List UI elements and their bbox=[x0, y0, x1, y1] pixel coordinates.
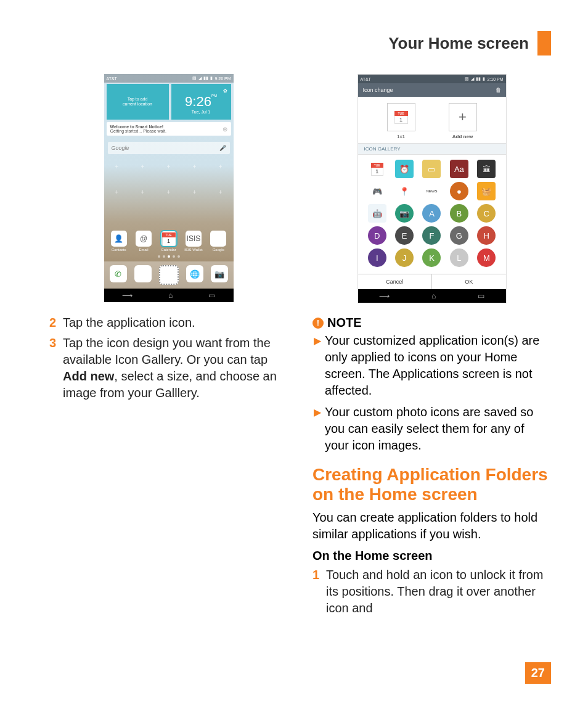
back-icon[interactable]: ⟶ bbox=[379, 292, 390, 300]
note-heading: ! NOTE bbox=[312, 316, 551, 330]
dock-camera[interactable]: 📷 bbox=[211, 265, 228, 282]
step-2: 2 Tap the application icon. bbox=[49, 314, 288, 331]
android-nav-bar: ⟶ ⌂ ▭ bbox=[358, 289, 506, 303]
note-bullet-1: ▶ Your customized application icon(s) ar… bbox=[312, 332, 551, 399]
home-icon[interactable]: ⌂ bbox=[168, 291, 173, 300]
gallery-icon[interactable]: J bbox=[395, 248, 414, 267]
nfc-icon: ▧ bbox=[192, 76, 197, 81]
page-header-title: Your Home screen bbox=[388, 34, 529, 53]
recent-icon[interactable]: ▭ bbox=[208, 291, 215, 300]
gallery-icon[interactable]: 📷 bbox=[395, 204, 414, 223]
gallery-icon[interactable]: NEWS bbox=[422, 182, 441, 200]
bullet-arrow-icon: ▶ bbox=[314, 334, 321, 399]
gallery-icon[interactable]: A bbox=[422, 204, 441, 223]
folder-step-1: 1 Touch and hold an icon to unlock it fr… bbox=[312, 567, 551, 617]
dock: ✆ ✉ 🌐 📷 bbox=[104, 261, 234, 289]
step-3: 3 Tap the icon design you want from the … bbox=[49, 335, 288, 401]
gallery-icon[interactable]: Aa bbox=[450, 160, 468, 178]
dock-phone[interactable]: ✆ bbox=[110, 265, 127, 282]
app-google-folder[interactable]: Google bbox=[207, 231, 229, 252]
battery-icon: ▮ bbox=[483, 76, 485, 81]
app-email[interactable]: @ Email bbox=[133, 231, 155, 252]
carrier-label: AT&T bbox=[361, 77, 371, 81]
size-option-1x1[interactable]: TUE1 1x1 bbox=[387, 103, 415, 139]
carrier-label: AT&T bbox=[107, 76, 117, 81]
gallery-icon[interactable]: H bbox=[477, 226, 496, 245]
gallery-icon[interactable]: ● bbox=[450, 182, 468, 200]
gallery-icon[interactable]: B bbox=[450, 204, 468, 223]
app-contacts[interactable]: 👤 Contacts bbox=[108, 231, 130, 252]
page-number: 27 bbox=[525, 662, 551, 684]
signal-icon: ▮▮ bbox=[476, 76, 481, 81]
section-heading: Creating Application Folders on the Home… bbox=[312, 465, 551, 504]
icon-gallery-header: ICON GALLERY bbox=[358, 143, 506, 155]
status-time: 2:10 PM bbox=[487, 77, 503, 81]
screen-title: Icon change bbox=[363, 87, 393, 93]
add-new-option[interactable]: + Add new bbox=[449, 103, 477, 139]
ok-button[interactable]: OK bbox=[432, 274, 506, 289]
gallery-icon[interactable]: C bbox=[477, 204, 496, 223]
clock-widget[interactable]: ✿ 9:26PM Tue, Jul 1 bbox=[171, 84, 231, 120]
gallery-icon[interactable]: G bbox=[450, 226, 468, 245]
weather-widget[interactable]: Tap to addcurrent location bbox=[107, 84, 169, 120]
gallery-icon[interactable]: I bbox=[368, 248, 386, 267]
title-bar: Icon change 🗑 bbox=[358, 83, 506, 97]
dock-browser[interactable]: 🌐 bbox=[186, 265, 203, 282]
gallery-icon[interactable]: 🧺 bbox=[477, 182, 496, 200]
gallery-icon[interactable]: ▭ bbox=[422, 160, 441, 178]
section-intro: You can create application folders to ho… bbox=[312, 509, 551, 543]
icon-change-screenshot: AT&T ▧ ◢ ▮▮ ▮ 2:10 PM Icon change 🗑 bbox=[357, 74, 507, 303]
trash-icon[interactable]: 🗑 bbox=[496, 87, 501, 93]
nfc-icon: ▧ bbox=[465, 76, 469, 81]
back-icon[interactable]: ⟶ bbox=[122, 291, 133, 300]
gallery-icon[interactable]: E bbox=[395, 226, 414, 245]
gallery-icon[interactable]: L bbox=[450, 248, 468, 267]
gallery-icon[interactable]: D bbox=[368, 226, 386, 245]
plus-icon: + bbox=[459, 109, 467, 125]
note-bullet-2: ▶ Your custom photo icons are saved so y… bbox=[312, 404, 551, 454]
header-accent-bar bbox=[537, 31, 551, 55]
app-row: 👤 Contacts @ Email TUE1 Calendar bbox=[104, 231, 234, 252]
smart-notice-card[interactable]: Welcome to Smart Notice! Getting started… bbox=[107, 122, 231, 136]
app-calendar-selected[interactable]: TUE1 Calendar bbox=[157, 231, 179, 252]
android-nav-bar: ⟶ ⌂ ▭ bbox=[104, 289, 234, 302]
app-isis-wallet[interactable]: ISIS ISIS Wallet bbox=[182, 231, 205, 252]
subheading: On the Home screen bbox=[312, 549, 551, 563]
gallery-icon[interactable]: ⏰ bbox=[395, 160, 414, 178]
dock-apps-drawer[interactable] bbox=[159, 265, 179, 285]
status-bar: AT&T ▧ ◢ ▮▮ ▮ 2:10 PM bbox=[358, 75, 506, 83]
bullet-arrow-icon: ▶ bbox=[314, 406, 321, 454]
home-icon[interactable]: ⌂ bbox=[431, 292, 436, 300]
gallery-icon[interactable]: K bbox=[422, 248, 441, 267]
grid-placeholders: +++++ +++++ bbox=[104, 154, 234, 231]
battery-icon: ▮ bbox=[210, 76, 213, 81]
gallery-icon[interactable]: 🎮 bbox=[368, 182, 386, 200]
gallery-icon[interactable]: M bbox=[477, 248, 496, 267]
gallery-icon[interactable]: 📍 bbox=[395, 182, 414, 200]
wifi-icon: ◢ bbox=[471, 76, 474, 81]
cancel-button[interactable]: Cancel bbox=[358, 274, 433, 289]
gallery-icon[interactable]: 🤖 bbox=[368, 204, 386, 223]
gallery-icon[interactable]: F bbox=[422, 226, 441, 245]
close-icon[interactable]: ⊗ bbox=[223, 126, 227, 133]
signal-icon: ▮▮ bbox=[203, 76, 208, 81]
mic-icon[interactable]: 🎤 bbox=[219, 145, 226, 151]
home-screen-screenshot: AT&T ▧ ◢ ▮▮ ▮ 9:26 PM Tap to addcurrent … bbox=[104, 74, 234, 302]
wifi-icon: ◢ bbox=[198, 76, 202, 81]
gallery-icon[interactable]: 🏛 bbox=[477, 160, 496, 178]
gear-icon[interactable]: ✿ bbox=[223, 88, 227, 94]
dock-messaging[interactable]: ✉ bbox=[134, 265, 152, 282]
page-indicator bbox=[104, 255, 234, 258]
icon-gallery-grid: TUE1⏰▭Aa🏛🎮📍NEWS●🧺🤖📷ABCDEFGHIJKLM bbox=[358, 155, 506, 274]
status-time: 9:26 PM bbox=[214, 76, 231, 81]
recent-icon[interactable]: ▭ bbox=[478, 292, 484, 300]
alert-icon: ! bbox=[312, 318, 324, 329]
google-search-bar[interactable]: Google 🎤 bbox=[108, 142, 230, 154]
status-bar: AT&T ▧ ◢ ▮▮ ▮ 9:26 PM bbox=[104, 74, 234, 83]
gallery-icon[interactable]: TUE1 bbox=[368, 160, 386, 178]
